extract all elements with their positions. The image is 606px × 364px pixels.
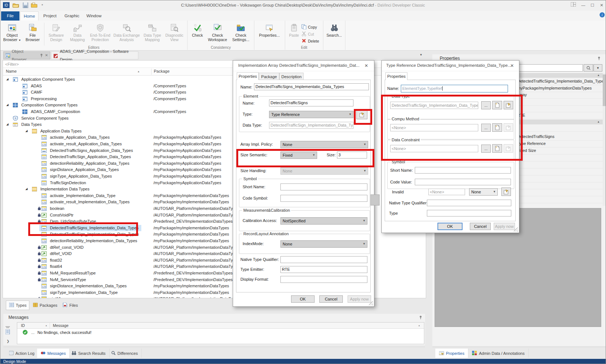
tab-object-browser[interactable]: Object Browser ✕ xyxy=(3,51,50,59)
cancel-button[interactable]: Cancel xyxy=(470,223,491,230)
element-name-input[interactable]: DetectedTrafficSigns xyxy=(269,99,353,106)
tab-list-chevron-icon[interactable]: ▼ xyxy=(420,53,422,57)
ribbon-button-check-workspace[interactable]: Check Workspace xyxy=(206,21,229,42)
minimize-button[interactable]: — xyxy=(579,1,588,9)
ribbon-button-check[interactable]: Check xyxy=(189,21,206,37)
menu-tab-file[interactable]: File xyxy=(1,11,19,21)
tab-description[interactable]: Description xyxy=(279,73,304,80)
name-input[interactable]: DetectedTrafficSigns_Implementatio_Data_… xyxy=(254,83,369,90)
collapse-arrow-icon[interactable]: ▲ xyxy=(597,120,600,123)
bottom-tab-admin-data-annotations[interactable]: Admin Data / Annotations xyxy=(468,349,529,358)
code-symbol-input[interactable] xyxy=(280,195,367,202)
short-name-input[interactable] xyxy=(280,183,367,190)
calibration-access-select[interactable]: NotSpecified▼ xyxy=(280,217,367,225)
resize-grip[interactable] xyxy=(514,228,518,232)
layout-panes-icon[interactable] xyxy=(569,1,578,9)
ribbon-button-object-browser[interactable]: Object Browser ▼ xyxy=(2,21,22,43)
expanded-arrow-icon[interactable]: ◢ xyxy=(25,129,28,132)
column-id[interactable]: ID xyxy=(21,323,25,328)
ribbon-button-delete[interactable]: Delete xyxy=(301,37,319,44)
bottom-tab-files[interactable]: Files xyxy=(59,301,81,310)
sort-asc-icon[interactable]: ▲ xyxy=(45,324,47,327)
browse-button[interactable]: ... xyxy=(481,101,491,109)
type-input[interactable] xyxy=(427,210,511,216)
new-object-button[interactable] xyxy=(492,101,502,109)
scrollbar-fragment[interactable] xyxy=(370,194,380,205)
bottom-tab-messages[interactable]: Messages xyxy=(37,349,70,358)
browse-button[interactable]: ... xyxy=(481,124,491,132)
bottom-tab-action-log[interactable]: Action Log xyxy=(6,349,39,358)
close-button[interactable]: ✕ xyxy=(597,1,606,9)
invalid-mode-select[interactable]: None▼ xyxy=(469,188,498,196)
tab-properties[interactable]: Properties xyxy=(385,72,407,80)
size-input[interactable]: 3 xyxy=(337,152,367,159)
bottom-tab-search-results[interactable]: Search Results xyxy=(68,349,110,358)
code-value-input[interactable] xyxy=(415,179,511,185)
tab-package[interactable]: Package xyxy=(259,73,279,80)
bottom-tab-types[interactable]: Types xyxy=(6,301,29,310)
ribbon-button-copy[interactable]: Copy xyxy=(301,23,319,30)
type-emitter-input[interactable]: RTE xyxy=(280,266,367,273)
native-type-qualifier-input[interactable] xyxy=(280,256,367,263)
dialog-title-bar[interactable]: Implementation Array DetectedTrafficSign… xyxy=(233,61,374,71)
tab-close-icon[interactable]: ✕ xyxy=(45,51,48,59)
display-format-input[interactable] xyxy=(280,276,367,283)
ribbon-button-properties[interactable]: Properties... xyxy=(256,21,283,37)
sort-icon[interactable]: ▲ xyxy=(418,324,420,327)
expanded-arrow-icon[interactable]: ◢ xyxy=(6,103,8,106)
new-object-button[interactable] xyxy=(492,123,502,132)
tab-software-design-editor[interactable]: ADAS_CAMF_Composition - Software Design xyxy=(51,51,138,59)
search-options-chevron-icon[interactable]: ▼ xyxy=(594,64,602,72)
resize-grip[interactable] xyxy=(369,301,373,305)
tab-properties[interactable]: Properties xyxy=(237,72,259,80)
ok-button[interactable]: OK xyxy=(291,295,315,303)
menu-tab-project[interactable]: Project xyxy=(39,11,61,21)
native-type-qualifier-input[interactable] xyxy=(427,200,511,206)
menu-tab-home[interactable]: Home xyxy=(20,11,39,21)
pin-icon[interactable] xyxy=(419,316,422,319)
scrollbar[interactable] xyxy=(603,73,606,206)
message-row[interactable]: ... No findings, check successful! xyxy=(17,329,424,336)
report-icon[interactable] xyxy=(6,329,10,336)
bottom-tab-properties[interactable]: Properties xyxy=(435,349,468,358)
ribbon-button-file-browser[interactable]: File Browser xyxy=(22,21,43,42)
name-input[interactable]: ElementType.TypeRef xyxy=(401,85,508,92)
element-type-select[interactable]: Type Reference▼ xyxy=(269,111,353,118)
edit-type-reference-button[interactable] xyxy=(356,110,367,119)
ribbon-button-search[interactable]: Search... xyxy=(325,21,344,37)
array-impl-policy-select[interactable]: None▼ xyxy=(280,141,368,148)
scrollbar-thumb[interactable] xyxy=(603,74,606,106)
ok-button[interactable]: OK xyxy=(438,223,462,230)
bottom-tab-packages[interactable]: Packages xyxy=(30,301,59,310)
search-icon[interactable] xyxy=(584,64,593,72)
short-name-input[interactable] xyxy=(415,167,511,174)
column-package[interactable]: Package xyxy=(154,69,170,73)
cancel-button[interactable]: Cancel xyxy=(319,295,343,303)
expanded-arrow-icon[interactable]: ◢ xyxy=(25,187,28,190)
expand-chevron-icon[interactable]: ❯ xyxy=(7,339,10,343)
menu-tab-window[interactable]: Window xyxy=(83,11,105,21)
assign-button[interactable] xyxy=(504,101,513,109)
filter-input[interactable]: <Filter> xyxy=(5,62,19,66)
bottom-tab-differences[interactable]: Differences xyxy=(108,349,142,358)
column-name[interactable]: Name xyxy=(6,69,17,73)
help-info-icon[interactable]: i xyxy=(599,12,605,19)
close-icon[interactable]: ✕ xyxy=(508,62,516,69)
maximize-button[interactable]: ☐ xyxy=(588,1,597,9)
expanded-arrow-icon[interactable]: ◢ xyxy=(6,123,8,126)
pin-icon[interactable] xyxy=(40,54,43,57)
collapse-arrow-icon[interactable]: ▲ xyxy=(597,74,600,76)
expanded-arrow-icon[interactable]: ◢ xyxy=(6,77,8,81)
new-object-button[interactable] xyxy=(492,144,502,153)
size-semantic-select[interactable]: Fixed▼ xyxy=(280,152,317,159)
column-message[interactable]: Message xyxy=(53,323,69,328)
close-icon[interactable]: ✕ xyxy=(362,62,370,69)
indexmode-select[interactable]: None▼ xyxy=(280,240,367,248)
menu-tab-graphic[interactable]: Graphic xyxy=(61,11,83,21)
pin-icon[interactable] xyxy=(598,57,600,60)
dialog-title-bar[interactable]: Type Reference DetectedTrafficSigns_Impl… xyxy=(382,61,519,71)
sort-asc-icon[interactable]: ▲ xyxy=(137,70,140,73)
assign-button[interactable] xyxy=(501,188,511,196)
ribbon-button-check-settings[interactable]: Check Settings... xyxy=(229,21,253,42)
browse-button[interactable]: ... xyxy=(481,145,491,153)
